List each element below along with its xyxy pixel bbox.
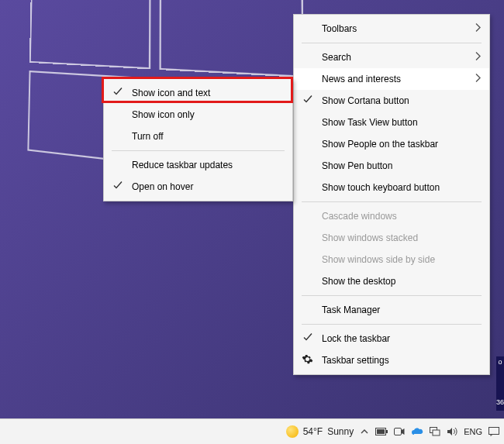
menu-label: Open on hover bbox=[132, 181, 193, 192]
news-interests-submenu: Show icon and text Show icon only Turn o… bbox=[103, 78, 293, 201]
menu-separator bbox=[302, 295, 482, 296]
menu-label: Show Pen button bbox=[322, 160, 392, 171]
gear-icon bbox=[302, 353, 313, 367]
menu-label: Task Manager bbox=[322, 305, 380, 315]
menu-task-manager[interactable]: Task Manager bbox=[294, 299, 489, 321]
action-center-icon[interactable] bbox=[488, 427, 499, 436]
menu-show-pen[interactable]: Show Pen button bbox=[294, 155, 489, 177]
menu-label: Show windows side by side bbox=[322, 254, 435, 265]
chevron-right-icon bbox=[475, 23, 482, 35]
check-icon bbox=[113, 88, 123, 99]
menu-label: Lock the taskbar bbox=[322, 333, 390, 344]
menu-label: Turn off bbox=[132, 131, 164, 142]
menu-taskbar-settings[interactable]: Taskbar settings bbox=[294, 349, 489, 371]
menu-show-people[interactable]: Show People on the taskbar bbox=[294, 133, 489, 155]
menu-show-touch-keyboard[interactable]: Show touch keyboard button bbox=[294, 177, 489, 198]
menu-search[interactable]: Search bbox=[294, 46, 489, 68]
battery-icon[interactable] bbox=[375, 428, 388, 435]
chevron-right-icon bbox=[475, 52, 482, 64]
chevron-right-icon bbox=[475, 74, 482, 85]
tray-overflow-icon[interactable] bbox=[360, 427, 369, 436]
menu-news-and-interests[interactable]: News and interests bbox=[294, 68, 489, 90]
menu-separator bbox=[302, 324, 482, 325]
submenu-open-on-hover[interactable]: Open on hover bbox=[104, 176, 292, 198]
menu-label: Show Cortana button bbox=[322, 95, 409, 106]
check-icon bbox=[303, 95, 312, 107]
volume-icon[interactable] bbox=[447, 427, 457, 436]
menu-label: Show windows stacked bbox=[322, 232, 418, 243]
weather-condition: Sunny bbox=[327, 426, 354, 437]
menu-show-desktop[interactable]: Show the desktop bbox=[294, 270, 489, 292]
svg-rect-2 bbox=[377, 429, 385, 434]
menu-label: News and interests bbox=[322, 74, 401, 84]
menu-label: Show People on the taskbar bbox=[322, 139, 438, 150]
menu-lock-taskbar[interactable]: Lock the taskbar bbox=[294, 328, 489, 349]
svg-rect-1 bbox=[386, 430, 388, 433]
menu-label: Show Task View button bbox=[322, 117, 418, 128]
menu-label: Search bbox=[322, 52, 351, 63]
menu-show-taskview[interactable]: Show Task View button bbox=[294, 112, 489, 133]
background-window-edge: o 36 bbox=[496, 356, 504, 411]
weather-temperature: 54°F bbox=[303, 426, 323, 437]
submenu-show-icon-only[interactable]: Show icon only bbox=[104, 104, 292, 126]
submenu-reduce-updates[interactable]: Reduce taskbar updates bbox=[104, 154, 292, 176]
sun-icon bbox=[286, 425, 299, 438]
taskbar-context-menu: Toolbars Search News and interests Show … bbox=[293, 14, 490, 375]
edge-text-2: 36 bbox=[496, 398, 504, 406]
submenu-turn-off[interactable]: Turn off bbox=[104, 126, 292, 147]
menu-label: Show touch keyboard button bbox=[322, 182, 440, 193]
weather-widget[interactable]: 54°F Sunny bbox=[286, 425, 354, 438]
edge-text-1: o bbox=[496, 358, 504, 366]
menu-label: Taskbar settings bbox=[322, 355, 389, 366]
svg-rect-5 bbox=[433, 430, 440, 435]
menu-stacked-windows: Show windows stacked bbox=[294, 227, 489, 249]
meet-now-icon[interactable] bbox=[394, 427, 405, 436]
check-icon bbox=[303, 333, 312, 345]
check-icon bbox=[113, 181, 123, 193]
menu-label: Reduce taskbar updates bbox=[132, 160, 233, 170]
menu-label: Cascade windows bbox=[322, 211, 397, 222]
svg-rect-6 bbox=[489, 428, 499, 435]
menu-label: Show icon only bbox=[132, 109, 195, 120]
menu-separator bbox=[302, 43, 482, 43]
system-tray: ENG bbox=[360, 427, 499, 436]
onedrive-icon[interactable] bbox=[411, 428, 423, 435]
menu-show-cortana[interactable]: Show Cortana button bbox=[294, 90, 489, 112]
menu-label: Toolbars bbox=[322, 23, 357, 34]
menu-side-by-side: Show windows side by side bbox=[294, 249, 489, 270]
submenu-show-icon-text[interactable]: Show icon and text bbox=[104, 82, 292, 104]
taskbar[interactable]: 54°F Sunny ENG bbox=[0, 418, 504, 444]
menu-cascade-windows: Cascade windows bbox=[294, 205, 489, 227]
menu-label: Show the desktop bbox=[322, 276, 395, 287]
menu-separator bbox=[112, 150, 285, 151]
menu-separator bbox=[302, 201, 482, 202]
menu-toolbars[interactable]: Toolbars bbox=[294, 18, 489, 40]
network-icon[interactable] bbox=[430, 427, 440, 436]
svg-rect-3 bbox=[395, 429, 402, 435]
menu-label: Show icon and text bbox=[132, 88, 210, 98]
language-indicator[interactable]: ENG bbox=[464, 427, 482, 436]
